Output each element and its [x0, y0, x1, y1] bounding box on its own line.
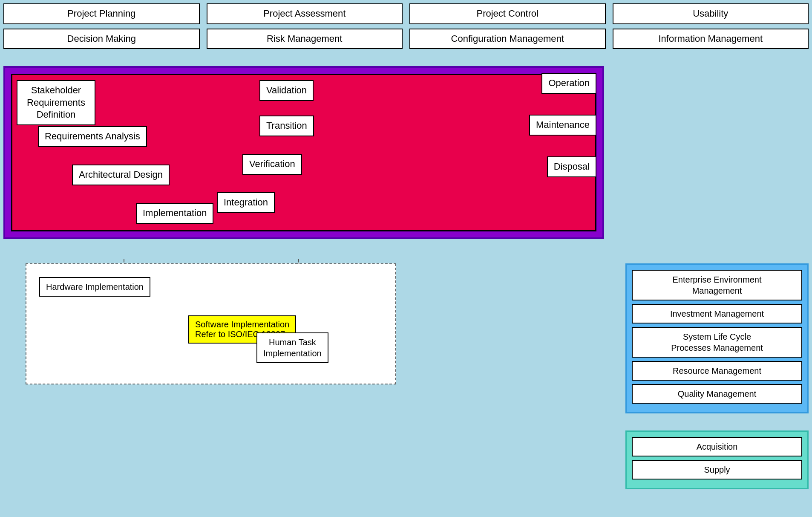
blue-mgmt-item-1: Investment Management [632, 304, 802, 323]
top-row1-item-0: Project Planning [3, 3, 200, 24]
maintenance-box: Maintenance [529, 115, 596, 136]
top-row2-item-3: Information Management [613, 29, 809, 49]
implementation-box: Implementation [136, 203, 213, 224]
top-row2-item-2: Configuration Management [409, 29, 606, 49]
top-row2-item-1: Risk Management [207, 29, 403, 49]
teal-mgmt-item-0: Acquisition [632, 437, 802, 456]
disposal-box: Disposal [547, 156, 596, 177]
red-technical-container: StakeholderRequirementsDefinition Requir… [11, 74, 596, 231]
transition-box: Transition [259, 116, 314, 136]
implementation-expand-container: Hardware Implementation Software Impleme… [26, 263, 396, 384]
teal-mgmt-item-1: Supply [632, 460, 802, 479]
top-row1-item-1: Project Assessment [207, 3, 403, 24]
integration-box: Integration [217, 192, 275, 213]
human-task-box: Human TaskImplementation [256, 332, 328, 363]
architectural-design-box: Architectural Design [72, 165, 170, 185]
requirements-analysis-box: Requirements Analysis [38, 126, 147, 147]
blue-mgmt-item-3: Resource Management [632, 361, 802, 381]
operation-box: Operation [541, 73, 596, 94]
purple-technical-container: StakeholderRequirementsDefinition Requir… [3, 66, 604, 239]
validation-box: Validation [259, 80, 314, 101]
verification-box: Verification [242, 154, 302, 175]
blue-mgmt-item-2: System Life CycleProcesses Management [632, 327, 802, 358]
blue-mgmt-item-0: Enterprise EnvironmentManagement [632, 270, 802, 300]
teal-management-container: AcquisitionSupply [625, 430, 809, 489]
blue-mgmt-item-4: Quality Management [632, 384, 802, 404]
hw-implementation-box: Hardware Implementation [39, 277, 150, 297]
top-row2-item-0: Decision Making [3, 29, 200, 49]
stakeholder-requirements-box: StakeholderRequirementsDefinition [17, 80, 95, 125]
blue-management-container: Enterprise EnvironmentManagementInvestme… [625, 263, 809, 413]
top-row1-item-2: Project Control [409, 3, 606, 24]
top-row1-item-3: Usability [613, 3, 809, 24]
